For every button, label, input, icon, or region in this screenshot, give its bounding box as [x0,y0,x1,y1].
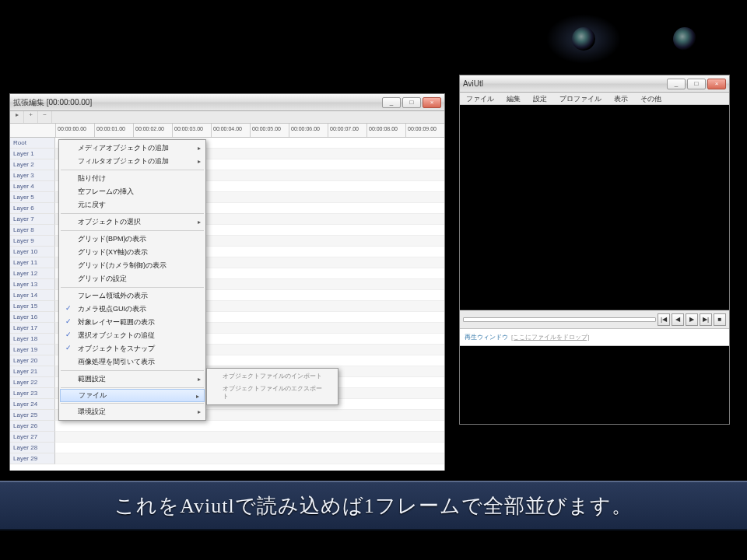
menu-item[interactable]: 元に戻す [59,198,205,212]
menu-表示[interactable]: 表示 [608,93,634,104]
track-row[interactable] [55,432,444,443]
subtitle-text: これをAviutlで読み込めば1フレームで全部並びます。 [114,492,633,520]
layer-label[interactable]: Layer 9 [10,236,55,247]
layer-label[interactable]: Layer 8 [10,225,55,236]
maximize-button[interactable]: □ [687,79,706,89]
layer-label[interactable]: Layer 26 [10,421,55,432]
menu-item[interactable]: ファイル [60,389,205,402]
layer-label[interactable]: Layer 16 [10,312,55,323]
menu-ファイル[interactable]: ファイル [460,93,500,104]
menu-item[interactable]: 空フレームの挿入 [59,185,205,198]
layer-column: RootLayer 1Layer 2Layer 3Layer 4Layer 5L… [10,138,55,464]
layer-label[interactable]: Layer 23 [10,388,55,399]
layer-label[interactable]: Layer 21 [10,366,55,377]
next-frame-button[interactable]: ▶| [700,313,712,326]
submenu-item[interactable]: オブジェクトファイルのエクスポート [207,383,338,403]
drop-zone[interactable]: 再生ウィンドウ [ここにファイルをドロップ] [460,329,729,346]
menu-item[interactable]: グリッド(BPM)の表示 [59,233,205,246]
menu-設定[interactable]: 設定 [527,93,553,104]
seek-slider[interactable] [463,317,656,322]
layer-label[interactable]: Layer 24 [10,399,55,410]
drop-label: 再生ウィンドウ [465,333,508,341]
preview-window: AviUtl _ □ × ファイル編集設定プロファイル表示その他 |◀ ◀ ▶ … [459,75,730,425]
menu-item[interactable]: グリッド(カメラ制御)の表示 [59,259,205,272]
minimize-button[interactable]: _ [382,97,401,108]
menu-item[interactable]: グリッドの設定 [59,272,205,285]
timeline-toolbar: ▸ + − [10,111,444,124]
layer-label[interactable]: Layer 19 [10,345,55,355]
layer-label[interactable]: Layer 11 [10,257,55,268]
timeline-window: 拡張編集 [00:00:00.00] _ □ × ▸ + − 00:00:00.… [9,93,445,471]
layer-label[interactable]: Layer 12 [10,268,55,279]
menu-item[interactable]: メディアオブジェクトの追加 [59,142,205,155]
tool-button[interactable]: − [38,111,52,123]
layer-label[interactable]: Layer 4 [10,181,55,192]
menu-item[interactable]: グリッド(XY軸)の表示 [59,246,205,259]
layer-label[interactable]: Layer 28 [10,443,55,453]
subtitle-bar: これをAviutlで読み込めば1フレームで全部並びます。 [0,481,747,530]
prev-frame-button[interactable]: |◀ [658,313,670,326]
layer-label[interactable]: Layer 17 [10,323,55,334]
rewind-button[interactable]: ◀ [672,313,684,326]
submenu-item[interactable]: オブジェクトファイルのインポート [207,370,338,383]
layer-label[interactable]: Layer 20 [10,355,55,366]
minimize-button[interactable]: _ [667,79,686,89]
menu-item[interactable]: オブジェクトをスナップ [59,342,205,355]
ruler-tick: 00:00:00.00 [55,124,94,137]
close-button[interactable]: × [707,79,726,89]
menu-item[interactable]: 環境設定 [59,405,205,418]
preview-menubar: ファイル編集設定プロファイル表示その他 [460,93,729,105]
menu-その他[interactable]: その他 [634,93,668,104]
layer-label[interactable]: Layer 3 [10,170,55,181]
layer-label[interactable]: Layer 13 [10,279,55,290]
ruler-tick: 00:00:01.00 [94,124,133,137]
menu-item[interactable]: 範囲設定 [59,373,205,386]
ruler-tick: 00:00:05.00 [250,124,289,137]
playback-controls: |◀ ◀ ▶ ▶| ■ [460,310,729,329]
timeline-titlebar[interactable]: 拡張編集 [00:00:00.00] _ □ × [10,94,444,111]
ruler-tick: 00:00:03.00 [172,124,211,137]
layer-label[interactable]: Layer 29 [10,453,55,464]
menu-編集[interactable]: 編集 [500,93,527,104]
menu-item[interactable]: オブジェクトの選択 [59,215,205,229]
layer-label[interactable]: Layer 2 [10,159,55,170]
letterbox-bottom [0,530,747,560]
window-buttons: _ □ × [382,97,441,108]
layer-label[interactable]: Layer 1 [10,149,55,159]
preview-titlebar[interactable]: AviUtl _ □ × [460,75,729,93]
menu-プロファイル[interactable]: プロファイル [553,93,608,104]
context-submenu: オブジェクトファイルのインポートオブジェクトファイルのエクスポート [206,368,338,405]
layer-label[interactable]: Layer 5 [10,192,55,203]
stop-button[interactable]: ■ [714,313,726,326]
layer-label[interactable]: Layer 6 [10,203,55,214]
menu-item[interactable]: 対象レイヤー範囲の表示 [59,316,205,329]
menu-item[interactable]: カメラ視点GUIの表示 [59,303,205,316]
timeline-ruler[interactable]: 00:00:00.0000:00:01.0000:00:02.0000:00:0… [10,124,444,138]
play-button[interactable]: ▶ [686,313,698,326]
layer-label[interactable]: Layer 27 [10,432,55,443]
layer-label[interactable]: Layer 22 [10,377,55,388]
layer-label[interactable]: Layer 14 [10,290,55,301]
layer-label[interactable]: Layer 7 [10,214,55,225]
timeline-title: 拡張編集 [00:00:00.00] [13,97,382,108]
menu-item[interactable]: 画像処理を間引いて表示 [59,355,205,369]
close-button[interactable]: × [423,97,441,108]
menu-item[interactable]: フィルタオブジェクトの追加 [59,155,205,168]
ruler-tick: 00:00:04.00 [211,124,250,137]
track-row[interactable] [55,421,444,432]
menu-item[interactable]: フレーム領域外の表示 [59,289,205,303]
tool-button[interactable]: + [24,111,38,123]
layer-label[interactable]: Layer 15 [10,301,55,312]
track-row[interactable] [55,453,444,464]
layer-label[interactable]: Layer 10 [10,247,55,257]
layer-label[interactable]: Layer 25 [10,410,55,421]
menu-item[interactable]: 選択オブジェクトの追従 [59,329,205,342]
menu-item[interactable]: 貼り付け [59,172,205,185]
preview-title: AviUtl [463,79,667,88]
track-row[interactable] [55,443,444,453]
maximize-button[interactable]: □ [402,97,421,108]
layer-label[interactable]: Root [10,138,55,149]
ruler-tick: 00:00:08.00 [366,124,405,137]
layer-label[interactable]: Layer 18 [10,334,55,345]
tool-button[interactable]: ▸ [10,111,24,123]
